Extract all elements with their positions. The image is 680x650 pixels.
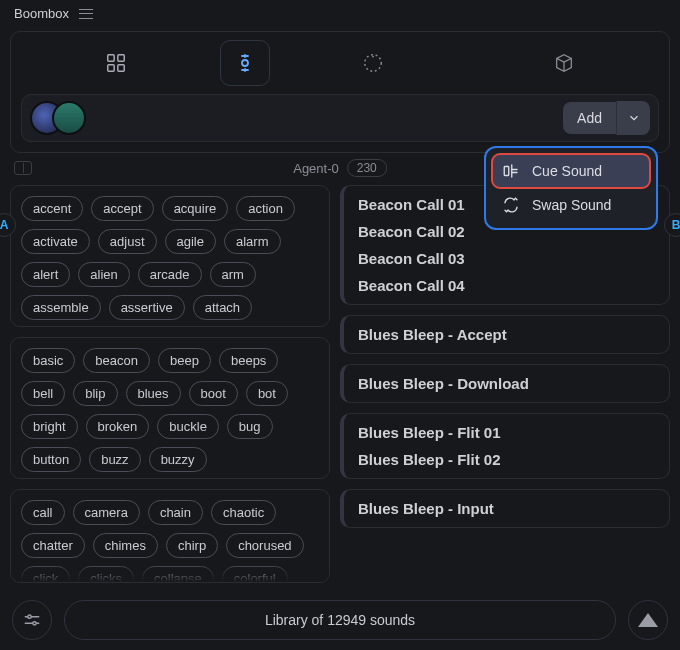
tag[interactable]: beeps — [219, 348, 278, 373]
svg-point-8 — [28, 615, 31, 618]
toolbar-card: Add — [10, 31, 670, 153]
svg-point-4 — [242, 60, 248, 66]
sound-item[interactable]: Blues Bleep - Accept — [358, 326, 655, 343]
sound-item[interactable]: Beacon Call 03 — [358, 250, 655, 267]
tag[interactable]: bright — [21, 414, 78, 439]
agent-name: Agent-0 — [293, 161, 339, 176]
sound-group: Blues Bleep - Accept — [340, 315, 670, 354]
split-view-icon[interactable] — [14, 161, 32, 175]
tag[interactable]: acquire — [162, 196, 229, 221]
library-bar[interactable]: Library of 12949 sounds — [64, 600, 616, 640]
agent-strip: Add — [21, 94, 659, 142]
sound-item[interactable]: Blues Bleep - Input — [358, 500, 655, 517]
tag[interactable]: adjust — [98, 229, 157, 254]
title-bar: Boombox — [0, 0, 680, 27]
context-menu-item-label: Swap Sound — [532, 197, 611, 213]
context-menu: Cue Sound Swap Sound — [484, 146, 658, 230]
tab-grid[interactable] — [21, 40, 212, 86]
tag[interactable]: blip — [73, 381, 117, 406]
tag[interactable]: arm — [210, 262, 256, 287]
sound-group: Blues Bleep - Flit 01Blues Bleep - Flit … — [340, 413, 670, 479]
tag[interactable]: chaotic — [211, 500, 276, 525]
tag[interactable]: boot — [189, 381, 238, 406]
main-content: accentacceptacquireactionactivateadjusta… — [0, 185, 680, 583]
context-menu-swap-sound[interactable]: Swap Sound — [492, 188, 650, 222]
menu-icon[interactable] — [79, 9, 93, 19]
tag-group: basicbeaconbeepbeepsbellblipbluesbootbot… — [10, 337, 330, 479]
tag[interactable]: chain — [148, 500, 203, 525]
tag[interactable]: alien — [78, 262, 129, 287]
scroll-top-button[interactable] — [628, 600, 668, 640]
tag[interactable]: accept — [91, 196, 153, 221]
tab-timer[interactable] — [278, 40, 469, 86]
sound-item[interactable]: Blues Bleep - Download — [358, 375, 655, 392]
add-button-group: Add — [563, 101, 650, 135]
tag-group: callcamerachainchaoticchatterchimeschirp… — [10, 489, 330, 583]
tag[interactable]: accent — [21, 196, 83, 221]
svg-rect-3 — [118, 65, 124, 71]
tag[interactable]: agile — [165, 229, 216, 254]
tag[interactable]: button — [21, 447, 81, 472]
tag[interactable]: click — [21, 566, 70, 583]
app-title: Boombox — [14, 6, 69, 21]
agent-count: 230 — [347, 159, 387, 177]
tag[interactable]: chimes — [93, 533, 158, 558]
context-menu-item-label: Cue Sound — [532, 163, 602, 179]
add-dropdown-toggle[interactable] — [616, 101, 650, 135]
tag[interactable]: camera — [73, 500, 140, 525]
tag-column: accentacceptacquireactionactivateadjusta… — [10, 185, 330, 583]
tag[interactable]: assemble — [21, 295, 101, 320]
sound-group: Blues Bleep - Input — [340, 489, 670, 528]
sound-item[interactable]: Blues Bleep - Flit 02 — [358, 451, 655, 468]
tag[interactable]: basic — [21, 348, 75, 373]
tag[interactable]: buzzy — [149, 447, 207, 472]
tag[interactable]: assertive — [109, 295, 185, 320]
tag[interactable]: alert — [21, 262, 70, 287]
avatar-stack — [30, 101, 74, 135]
tag[interactable]: attach — [193, 295, 252, 320]
svg-point-9 — [33, 622, 36, 625]
tag[interactable]: bot — [246, 381, 288, 406]
footer: Library of 12949 sounds — [0, 590, 680, 650]
tag[interactable]: arcade — [138, 262, 202, 287]
tag[interactable]: beacon — [83, 348, 150, 373]
sound-group: Blues Bleep - Download — [340, 364, 670, 403]
tag[interactable]: beep — [158, 348, 211, 373]
tab-focus[interactable] — [220, 40, 270, 86]
sound-item[interactable]: Beacon Call 04 — [358, 277, 655, 294]
tag[interactable]: alarm — [224, 229, 281, 254]
context-menu-cue-sound[interactable]: Cue Sound — [492, 154, 650, 188]
tab-package[interactable] — [468, 40, 659, 86]
tag[interactable]: clicks — [78, 566, 134, 583]
agent-selector[interactable]: Agent-0 230 — [293, 159, 387, 177]
svg-rect-7 — [504, 167, 509, 176]
tag[interactable]: activate — [21, 229, 90, 254]
tag[interactable]: action — [236, 196, 295, 221]
svg-point-6 — [372, 56, 374, 58]
sound-item[interactable]: Blues Bleep - Flit 01 — [358, 424, 655, 441]
add-button[interactable]: Add — [563, 102, 616, 134]
tag[interactable]: call — [21, 500, 65, 525]
svg-rect-1 — [118, 55, 124, 61]
tab-row — [21, 40, 659, 86]
tag[interactable]: chorused — [226, 533, 303, 558]
svg-rect-0 — [108, 55, 114, 61]
triangle-up-icon — [638, 613, 658, 627]
tag[interactable]: colorful — [222, 566, 288, 583]
tag[interactable]: chirp — [166, 533, 218, 558]
settings-sliders-button[interactable] — [12, 600, 52, 640]
svg-rect-2 — [108, 65, 114, 71]
tag[interactable]: bell — [21, 381, 65, 406]
tag[interactable]: buzz — [89, 447, 140, 472]
tag-group: accentacceptacquireactionactivateadjusta… — [10, 185, 330, 327]
tag[interactable]: buckle — [157, 414, 219, 439]
tag[interactable]: chatter — [21, 533, 85, 558]
tag[interactable]: blues — [126, 381, 181, 406]
tag[interactable]: collapse — [142, 566, 214, 583]
tag[interactable]: broken — [86, 414, 150, 439]
tag[interactable]: bug — [227, 414, 273, 439]
avatar[interactable] — [52, 101, 86, 135]
sound-column: Beacon Call 01Beacon Call 02Beacon Call … — [340, 185, 670, 583]
library-text: Library of 12949 sounds — [265, 612, 415, 628]
cue-icon — [502, 162, 520, 180]
